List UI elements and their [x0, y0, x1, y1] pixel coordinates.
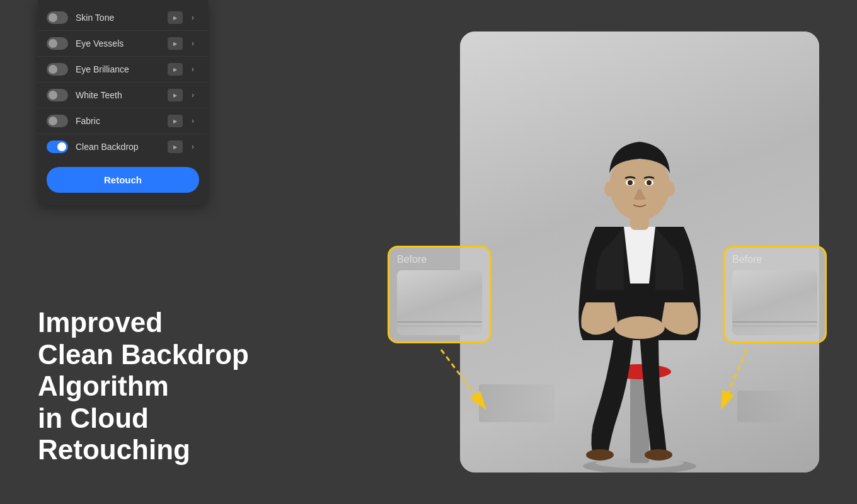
- white-teeth-play[interactable]: [168, 89, 183, 101]
- eye-brilliance-play[interactable]: [168, 63, 183, 76]
- clean-backdrop-label: Clean Backdrop: [76, 142, 168, 152]
- before-box-right: Before: [723, 246, 827, 343]
- fabric-row: Fabric ›: [38, 108, 208, 134]
- eye-vessels-play[interactable]: [168, 37, 183, 50]
- retouch-panel: Skin Tone › Eye Vessels › Eye Brilliance…: [38, 0, 208, 205]
- eye-brilliance-label: Eye Brilliance: [76, 64, 168, 74]
- svg-point-14: [665, 181, 675, 197]
- svg-point-11: [628, 180, 633, 185]
- eye-vessels-chevron[interactable]: ›: [187, 37, 199, 50]
- svg-point-5: [645, 449, 672, 461]
- skin-tone-label: Skin Tone: [76, 13, 168, 23]
- white-teeth-label: White Teeth: [76, 90, 168, 100]
- svg-point-6: [614, 316, 665, 339]
- clean-backdrop-toggle[interactable]: [47, 140, 68, 153]
- retouch-button[interactable]: Retouch: [47, 167, 199, 193]
- person-silhouette: [532, 63, 747, 472]
- skin-tone-chevron[interactable]: ›: [187, 11, 199, 24]
- fabric-play[interactable]: [168, 115, 183, 127]
- before-label-left: Before: [397, 254, 482, 265]
- eye-brilliance-row: Eye Brilliance ›: [38, 57, 208, 83]
- white-teeth-row: White Teeth ›: [38, 83, 208, 108]
- fabric-label: Fabric: [76, 116, 168, 126]
- svg-point-12: [647, 180, 652, 185]
- before-label-right: Before: [732, 254, 817, 265]
- white-teeth-toggle[interactable]: [47, 89, 68, 101]
- eye-brilliance-chevron[interactable]: ›: [187, 63, 199, 76]
- svg-point-13: [604, 181, 614, 197]
- skin-tone-play[interactable]: [168, 11, 183, 24]
- clean-backdrop-row: Clean Backdrop ›: [38, 134, 208, 159]
- white-teeth-chevron[interactable]: ›: [187, 89, 199, 101]
- before-box-left: Before: [388, 246, 492, 343]
- eye-vessels-label: Eye Vessels: [76, 38, 168, 49]
- eye-vessels-toggle[interactable]: [47, 37, 68, 50]
- eye-brilliance-toggle[interactable]: [47, 63, 68, 76]
- headline-text: Improved Clean Backdrop Algorithm in Clo…: [38, 307, 277, 466]
- eye-vessels-row: Eye Vessels ›: [38, 31, 208, 57]
- skin-tone-row: Skin Tone ›: [38, 5, 208, 31]
- fabric-toggle[interactable]: [47, 115, 68, 127]
- clean-backdrop-play[interactable]: [168, 140, 183, 153]
- clean-backdrop-chevron[interactable]: ›: [187, 140, 199, 153]
- skin-tone-toggle[interactable]: [47, 11, 68, 24]
- fabric-chevron[interactable]: ›: [187, 115, 199, 127]
- headline-title: Improved Clean Backdrop Algorithm in Clo…: [38, 307, 277, 466]
- svg-point-4: [586, 449, 614, 461]
